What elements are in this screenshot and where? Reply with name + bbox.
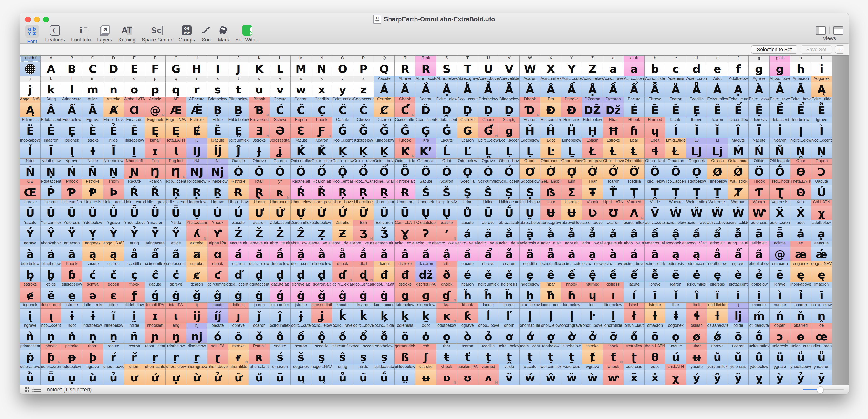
glyph-cell[interactable]: Wcir...mflexŴ [686,200,707,220]
glyph-cell[interactable]: egraveè [728,261,748,282]
glyph-cell[interactable]: uhoo...boveủ [103,364,124,385]
glyph-cell[interactable]: iogonekį [20,303,40,323]
glyph-cell[interactable]: tcedillaţ [478,344,499,364]
glyph-cell[interactable]: LcaronĽ [457,138,478,158]
glyph-cell[interactable]: nhookleftɲ [145,323,165,343]
glyph-cell[interactable]: UstrokeɄ [561,200,582,220]
glyph-cell[interactable]: XX [540,56,561,76]
glyph-cell[interactable]: vturnedʌN [478,364,499,385]
glyph-cell[interactable]: wcircumflexŵ [540,364,561,385]
glyph-cell[interactable]: ohun...lautő [624,323,645,343]
slider-knob[interactable] [817,386,824,393]
glyph-cell[interactable]: YgraveỲ [103,220,124,241]
glyph-cell[interactable]: uogonekų [291,364,311,385]
glyph-cell[interactable]: LjLj [707,138,727,158]
toolbar-item-mark[interactable]: Mark [218,25,229,43]
glyph-cell[interactable]: EmacronĒ [124,117,145,138]
glyph-cell[interactable]: abrevetildeẵ [561,220,582,241]
glyph-cell[interactable]: IJacuteÍJ́ [207,138,228,158]
glyph-cell[interactable]: gcirc...ex.altĝ [332,282,353,302]
glyph-cell[interactable]: LstrokeȽ [603,138,624,158]
toolbar-item-spacecenter[interactable]: Sc Space Center [142,25,173,43]
vertical-scrollbar[interactable] [832,56,848,385]
glyph-cell[interactable]: Hturnedɥ [645,117,665,138]
glyph-cell[interactable]: umacronū [270,364,290,385]
glyph-cell[interactable]: RlinebelowṞ [207,179,228,200]
glyph-cell[interactable]: acircle@ [770,241,790,261]
glyph-cell[interactable]: imacronī [811,282,832,302]
glyph-cell[interactable]: oo [124,76,145,96]
glyph-cell[interactable]: ocirc...tildeỗ [374,323,395,343]
glyph-cell[interactable]: dzcarondž [415,261,436,282]
glyph-cell[interactable]: YtildeỸ [166,220,186,241]
glyph-cell[interactable]: agrave.altà [603,241,624,261]
glyph-cell[interactable]: gbreveğ [166,282,186,302]
glyph-cell[interactable]: hcircumflexĥ [478,282,499,302]
glyph-cell[interactable]: ZacuteŹ [228,220,249,241]
glyph-cell[interactable]: IstrokeƗ [82,138,103,158]
list-view-icon[interactable] [32,388,41,392]
glyph-cell[interactable]: SchwaƏ [270,117,290,138]
glyph-cell[interactable]: Jcrossedtailʝ [270,138,290,158]
glyph-cell[interactable]: EdieresisË [20,117,40,138]
glyph-cell[interactable]: UbreveŬ [20,200,40,220]
glyph-cell[interactable]: eopenɛ [103,282,124,302]
save-set-button[interactable]: Save Set [801,46,832,54]
glyph-cell[interactable]: Scriptgɡ [499,117,520,138]
glyph-cell[interactable]: LJLJ [686,138,707,158]
glyph-cell[interactable]: Uog...k.NAVŲ [436,200,457,220]
glyph-cell[interactable]: KhookƘN [395,138,415,158]
glyph-cell[interactable]: hdotbelowḥ [520,282,540,302]
glyph-cell[interactable]: dd [686,56,707,76]
glyph-cell[interactable]: idotaccenti [728,282,748,302]
glyph-cell[interactable]: gacute.altǵ [270,282,290,302]
glyph-cell[interactable]: rlinebelowṟ [186,344,207,364]
glyph-cell[interactable]: ljlj [728,303,748,323]
glyph-cell[interactable]: uhor...elowự [166,364,186,385]
glyph-cell[interactable]: oslashacuteǿ [707,323,727,343]
glyph-cell[interactable]: abreveă [478,220,499,241]
glyph-cell[interactable]: ahoo...ve.altả [624,241,645,261]
glyph-cell[interactable]: TdotbelowṬ [686,179,707,200]
glyph-cell[interactable]: gcaronǧ [186,282,207,302]
glyph-cell[interactable]: dstrokeđ [395,261,415,282]
glyph-cell[interactable]: UogonekŲ [415,200,436,220]
glyph-cell[interactable]: IhookaboveỈ [20,138,40,158]
glyph-cell[interactable]: kacuteḱ [332,303,353,323]
glyph-cell[interactable]: agraveà [20,241,40,261]
glyph-cell[interactable]: eacuteé [457,261,478,282]
glyph-cell[interactable]: dhookɗN [332,261,353,282]
glyph-cell[interactable]: rstrokeɍN [228,344,249,364]
glyph-cell[interactable]: AdotbelowẠ [728,76,748,96]
glyph-cell[interactable]: Upsil...ATNƱ [603,200,624,220]
glyph-cell[interactable]: acirc...ex.altâ [395,241,415,261]
view-layout-topbar-icon[interactable] [833,26,843,35]
glyph-cell[interactable]: DzcaronDž [603,97,624,117]
glyph-cell[interactable]: DZcaronDŽ [582,97,602,117]
glyph-cell[interactable]: khookƙ [457,303,478,323]
glyph-cell[interactable]: EE [124,56,145,76]
glyph-cell[interactable]: UhorngraveỪ [311,200,332,220]
glyph-cell[interactable]: tcom...centț [520,344,540,364]
glyph-cell[interactable]: OhorngraveỜ [582,158,602,179]
glyph-cell[interactable]: oeœ [811,323,832,343]
glyph-cell[interactable]: scedillaş [311,344,332,364]
glyph-cell[interactable]: UtildeŨ [478,200,499,220]
glyph-cell[interactable]: abre...belowặ [520,220,540,241]
glyph-cell[interactable]: NjNj [207,158,228,179]
glyph-cell[interactable]: dcroatđ [374,261,395,282]
glyph-cell[interactable]: hdieresisḧ [499,282,520,302]
glyph-cell[interactable]: wdieresisẅ [561,364,582,385]
glyph-cell[interactable]: chookƈ [207,261,228,282]
glyph-cell[interactable]: Sco...ccentȘ [499,179,520,200]
glyph-cell[interactable]: g.altg [770,56,790,76]
glyph-cell[interactable]: CcaronČ [291,97,311,117]
glyph-cell[interactable]: scircumflexŝ [332,344,353,364]
glyph-cell[interactable]: IcircumflexÎ [728,117,748,138]
glyph-cell[interactable]: hhookɦ [561,282,582,302]
glyph-cell[interactable]: WdieresisẄ [707,200,727,220]
glyph-cell[interactable]: bdotbelowḅ [20,261,40,282]
glyph-cell[interactable]: OcircumflexÔ [291,158,311,179]
glyph-cell[interactable]: kdotbelowḳ [395,303,415,323]
glyph-cell[interactable]: AstrokeȺ [103,97,124,117]
